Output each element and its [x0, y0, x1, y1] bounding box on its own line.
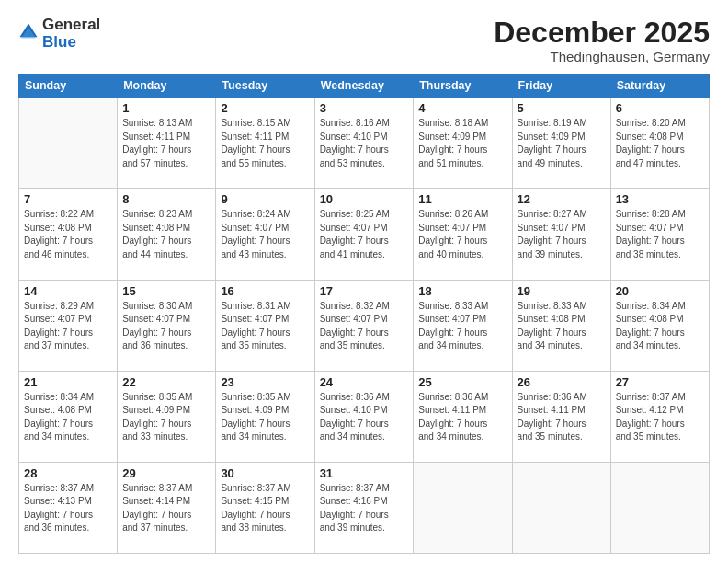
day-number: 31	[320, 466, 409, 480]
day-info: Sunrise: 8:36 AM Sunset: 4:11 PM Dayligh…	[518, 391, 606, 444]
day-number: 21	[24, 375, 112, 389]
day-number: 8	[122, 192, 210, 206]
calendar-cell: 3Sunrise: 8:16 AM Sunset: 4:10 PM Daylig…	[314, 98, 414, 189]
calendar-cell: 24Sunrise: 8:36 AM Sunset: 4:10 PM Dayli…	[314, 371, 414, 462]
day-number: 18	[418, 284, 506, 298]
day-info: Sunrise: 8:37 AM Sunset: 4:13 PM Dayligh…	[24, 482, 112, 535]
day-number: 29	[122, 466, 210, 480]
calendar-cell: 13Sunrise: 8:28 AM Sunset: 4:07 PM Dayli…	[610, 189, 709, 280]
day-number: 17	[320, 284, 409, 298]
calendar-week-1: 7Sunrise: 8:22 AM Sunset: 4:08 PM Daylig…	[19, 189, 710, 280]
calendar-cell: 18Sunrise: 8:33 AM Sunset: 4:07 PM Dayli…	[414, 280, 512, 371]
calendar: Sunday Monday Tuesday Wednesday Thursday…	[18, 74, 710, 554]
calendar-cell: 28Sunrise: 8:37 AM Sunset: 4:13 PM Dayli…	[19, 462, 118, 553]
calendar-cell: 4Sunrise: 8:18 AM Sunset: 4:09 PM Daylig…	[414, 98, 512, 189]
calendar-cell: 9Sunrise: 8:24 AM Sunset: 4:07 PM Daylig…	[216, 189, 314, 280]
day-info: Sunrise: 8:26 AM Sunset: 4:07 PM Dayligh…	[418, 208, 506, 261]
day-number: 9	[221, 192, 309, 206]
header: General Blue December 2025 Thedinghausen…	[18, 17, 710, 64]
day-number: 13	[616, 192, 704, 206]
header-thursday: Thursday	[414, 75, 512, 98]
day-number: 26	[518, 375, 606, 389]
calendar-cell: 22Sunrise: 8:35 AM Sunset: 4:09 PM Dayli…	[118, 371, 216, 462]
day-info: Sunrise: 8:34 AM Sunset: 4:08 PM Dayligh…	[24, 391, 112, 444]
day-number: 22	[122, 375, 210, 389]
day-number: 3	[320, 101, 409, 115]
calendar-cell	[512, 462, 610, 553]
day-number: 28	[24, 466, 112, 480]
day-info: Sunrise: 8:13 AM Sunset: 4:11 PM Dayligh…	[122, 117, 210, 170]
day-info: Sunrise: 8:16 AM Sunset: 4:10 PM Dayligh…	[320, 117, 409, 170]
calendar-cell: 6Sunrise: 8:20 AM Sunset: 4:08 PM Daylig…	[610, 98, 709, 189]
day-number: 14	[24, 284, 112, 298]
day-info: Sunrise: 8:28 AM Sunset: 4:07 PM Dayligh…	[616, 208, 704, 261]
day-number: 15	[122, 284, 210, 298]
day-number: 2	[221, 101, 309, 115]
logo: General Blue	[18, 17, 100, 51]
logo-icon	[18, 22, 39, 42]
logo-general: General	[42, 17, 100, 34]
page: General Blue December 2025 Thedinghausen…	[0, 0, 728, 563]
day-number: 23	[221, 375, 309, 389]
day-number: 11	[418, 192, 506, 206]
calendar-cell: 27Sunrise: 8:37 AM Sunset: 4:12 PM Dayli…	[610, 371, 709, 462]
calendar-header-row: Sunday Monday Tuesday Wednesday Thursday…	[19, 75, 710, 98]
calendar-week-3: 21Sunrise: 8:34 AM Sunset: 4:08 PM Dayli…	[19, 371, 710, 462]
day-info: Sunrise: 8:34 AM Sunset: 4:08 PM Dayligh…	[616, 300, 704, 353]
day-number: 1	[122, 101, 210, 115]
calendar-cell: 30Sunrise: 8:37 AM Sunset: 4:15 PM Dayli…	[216, 462, 314, 553]
day-number: 4	[418, 101, 506, 115]
day-info: Sunrise: 8:36 AM Sunset: 4:11 PM Dayligh…	[418, 391, 506, 444]
calendar-cell: 25Sunrise: 8:36 AM Sunset: 4:11 PM Dayli…	[414, 371, 512, 462]
header-friday: Friday	[512, 75, 610, 98]
day-info: Sunrise: 8:25 AM Sunset: 4:07 PM Dayligh…	[320, 208, 409, 261]
day-info: Sunrise: 8:15 AM Sunset: 4:11 PM Dayligh…	[221, 117, 309, 170]
calendar-cell: 10Sunrise: 8:25 AM Sunset: 4:07 PM Dayli…	[314, 189, 414, 280]
day-info: Sunrise: 8:32 AM Sunset: 4:07 PM Dayligh…	[320, 300, 409, 353]
calendar-cell: 1Sunrise: 8:13 AM Sunset: 4:11 PM Daylig…	[118, 98, 216, 189]
day-info: Sunrise: 8:37 AM Sunset: 4:16 PM Dayligh…	[320, 482, 409, 535]
day-info: Sunrise: 8:20 AM Sunset: 4:08 PM Dayligh…	[616, 117, 704, 170]
day-number: 19	[518, 284, 606, 298]
calendar-cell: 16Sunrise: 8:31 AM Sunset: 4:07 PM Dayli…	[216, 280, 314, 371]
day-info: Sunrise: 8:33 AM Sunset: 4:07 PM Dayligh…	[418, 300, 506, 353]
header-monday: Monday	[118, 75, 216, 98]
month-title: December 2025	[494, 17, 710, 49]
calendar-cell: 11Sunrise: 8:26 AM Sunset: 4:07 PM Dayli…	[414, 189, 512, 280]
day-number: 20	[616, 284, 704, 298]
logo-blue: Blue	[42, 34, 100, 52]
header-sunday: Sunday	[19, 75, 118, 98]
calendar-week-2: 14Sunrise: 8:29 AM Sunset: 4:07 PM Dayli…	[19, 280, 710, 371]
day-number: 7	[24, 192, 112, 206]
header-tuesday: Tuesday	[216, 75, 314, 98]
day-info: Sunrise: 8:18 AM Sunset: 4:09 PM Dayligh…	[418, 117, 506, 170]
calendar-cell: 2Sunrise: 8:15 AM Sunset: 4:11 PM Daylig…	[216, 98, 314, 189]
title-block: December 2025 Thedinghausen, Germany	[494, 17, 710, 64]
header-wednesday: Wednesday	[314, 75, 414, 98]
logo-text: General Blue	[42, 17, 100, 51]
calendar-cell: 26Sunrise: 8:36 AM Sunset: 4:11 PM Dayli…	[512, 371, 610, 462]
day-info: Sunrise: 8:19 AM Sunset: 4:09 PM Dayligh…	[518, 117, 606, 170]
calendar-cell: 21Sunrise: 8:34 AM Sunset: 4:08 PM Dayli…	[19, 371, 118, 462]
day-info: Sunrise: 8:31 AM Sunset: 4:07 PM Dayligh…	[221, 300, 309, 353]
day-number: 24	[320, 375, 409, 389]
day-info: Sunrise: 8:24 AM Sunset: 4:07 PM Dayligh…	[221, 208, 309, 261]
calendar-cell: 15Sunrise: 8:30 AM Sunset: 4:07 PM Dayli…	[118, 280, 216, 371]
day-info: Sunrise: 8:33 AM Sunset: 4:08 PM Dayligh…	[518, 300, 606, 353]
day-number: 25	[418, 375, 506, 389]
calendar-cell	[610, 462, 709, 553]
calendar-cell: 31Sunrise: 8:37 AM Sunset: 4:16 PM Dayli…	[314, 462, 414, 553]
day-info: Sunrise: 8:37 AM Sunset: 4:15 PM Dayligh…	[221, 482, 309, 535]
calendar-cell	[19, 98, 118, 189]
day-number: 10	[320, 192, 409, 206]
day-info: Sunrise: 8:30 AM Sunset: 4:07 PM Dayligh…	[122, 300, 210, 353]
calendar-cell: 8Sunrise: 8:23 AM Sunset: 4:08 PM Daylig…	[118, 189, 216, 280]
day-number: 16	[221, 284, 309, 298]
calendar-cell: 19Sunrise: 8:33 AM Sunset: 4:08 PM Dayli…	[512, 280, 610, 371]
location: Thedinghausen, Germany	[494, 49, 710, 64]
day-number: 12	[518, 192, 606, 206]
calendar-cell: 14Sunrise: 8:29 AM Sunset: 4:07 PM Dayli…	[19, 280, 118, 371]
header-saturday: Saturday	[610, 75, 709, 98]
calendar-cell: 23Sunrise: 8:35 AM Sunset: 4:09 PM Dayli…	[216, 371, 314, 462]
calendar-cell: 20Sunrise: 8:34 AM Sunset: 4:08 PM Dayli…	[610, 280, 709, 371]
